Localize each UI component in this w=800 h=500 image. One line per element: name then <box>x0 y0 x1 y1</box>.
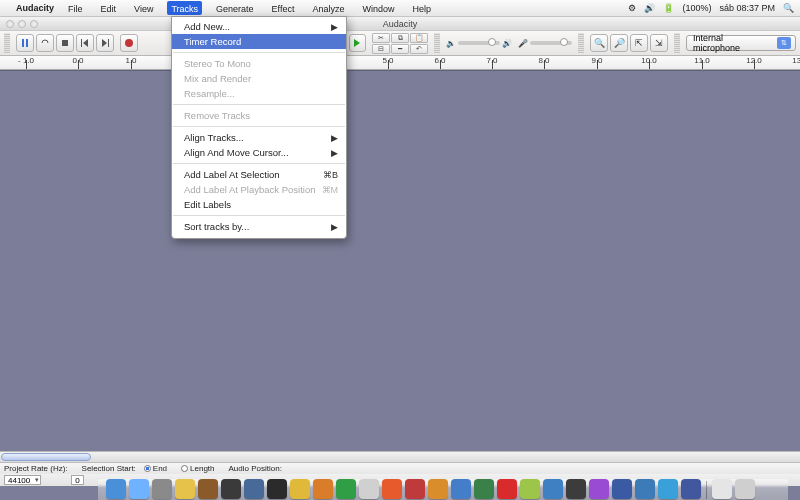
skip-start-button[interactable] <box>76 34 94 52</box>
toolbar-grip[interactable] <box>674 33 680 53</box>
menu-item[interactable]: Add New...▶ <box>172 19 346 34</box>
menu-tracks[interactable]: Tracks <box>167 1 202 15</box>
dock-app-icon[interactable] <box>681 479 701 499</box>
dock-app-icon[interactable] <box>658 479 678 499</box>
input-device-select[interactable]: Internal microphone ⇅ <box>686 35 796 51</box>
tracks-workspace[interactable] <box>0 70 800 462</box>
output-volume-thumb[interactable] <box>488 38 496 46</box>
dock-app-icon[interactable] <box>129 479 149 499</box>
dock-app-icon[interactable] <box>566 479 586 499</box>
play-button[interactable] <box>349 34 367 52</box>
menu-effect[interactable]: Effect <box>268 1 299 15</box>
dock-app-icon[interactable] <box>198 479 218 499</box>
zoom-in-button[interactable]: 🔍 <box>590 34 608 52</box>
dock-app-icon[interactable] <box>497 479 517 499</box>
dock-app-icon[interactable] <box>735 479 755 499</box>
menu-item[interactable]: Timer Record <box>172 34 346 49</box>
menu-help[interactable]: Help <box>409 1 436 15</box>
dock-app-icon[interactable] <box>428 479 448 499</box>
wifi-icon[interactable]: ⚙ <box>628 3 636 13</box>
dock-app-icon[interactable] <box>589 479 609 499</box>
speaker-icon[interactable]: 🔊 <box>644 3 655 13</box>
copy-button[interactable]: ⧉ <box>391 33 409 43</box>
dock-app-icon[interactable] <box>635 479 655 499</box>
skip-end-button[interactable] <box>96 34 114 52</box>
ruler-label: 8.0 <box>538 56 549 65</box>
scrollbar-thumb[interactable] <box>1 453 91 461</box>
trim-button[interactable]: ⊟ <box>372 44 390 54</box>
menu-edit[interactable]: Edit <box>97 1 121 15</box>
output-volume[interactable]: 🔈 🔊 <box>446 39 512 48</box>
timeline-ruler[interactable]: - 1.00.01.05.06.07.08.09.010.011.012.013… <box>0 56 800 70</box>
silence-button[interactable]: ━ <box>391 44 409 54</box>
menu-item: Add Label At Playback Position⌘M <box>172 182 346 197</box>
dock-app-icon[interactable] <box>382 479 402 499</box>
dock-app-icon[interactable] <box>474 479 494 499</box>
dock-app-icon[interactable] <box>336 479 356 499</box>
menu-separator <box>173 52 345 53</box>
menu-item[interactable]: Add Label At Selection⌘B <box>172 167 346 182</box>
dock-app-icon[interactable] <box>359 479 379 499</box>
stop-button[interactable] <box>56 34 74 52</box>
loop-button[interactable] <box>36 34 54 52</box>
dock-app-icon[interactable] <box>612 479 632 499</box>
cut-button[interactable]: ✂ <box>372 33 390 43</box>
spotlight-icon[interactable]: 🔍 <box>783 3 794 13</box>
selection-start-value[interactable]: 0 <box>71 475 83 485</box>
input-volume-thumb[interactable] <box>560 38 568 46</box>
undo-button[interactable]: ↶ <box>410 44 428 54</box>
menu-item[interactable]: Align Tracks...▶ <box>172 130 346 145</box>
window-titlebar: Audacity <box>0 16 800 30</box>
toolbar-grip[interactable] <box>4 33 10 53</box>
ruler-label: 0.0 <box>72 56 83 65</box>
dock-app-icon[interactable] <box>244 479 264 499</box>
submenu-arrow-icon: ▶ <box>331 22 338 32</box>
menu-item[interactable]: Edit Labels <box>172 197 346 212</box>
toolbar-grip[interactable] <box>578 33 584 53</box>
dock-app-icon[interactable] <box>405 479 425 499</box>
dock-app-icon[interactable] <box>290 479 310 499</box>
pause-button[interactable] <box>16 34 34 52</box>
dock-app-icon[interactable] <box>313 479 333 499</box>
menu-generate[interactable]: Generate <box>212 1 258 15</box>
minimize-window-button[interactable] <box>18 20 26 28</box>
menu-window[interactable]: Window <box>359 1 399 15</box>
menu-item[interactable]: Sort tracks by...▶ <box>172 219 346 234</box>
zoom-out-button[interactable]: 🔎 <box>610 34 628 52</box>
menu-item-label: Mix and Render <box>184 73 338 84</box>
menubar-clock[interactable]: sáb 08:37 PM <box>719 3 775 13</box>
speaker-min-icon: 🔈 <box>446 39 456 48</box>
menu-file[interactable]: File <box>64 1 87 15</box>
menu-item[interactable]: Align And Move Cursor...▶ <box>172 145 346 160</box>
battery-percent: (100%) <box>682 3 711 13</box>
fit-selection-button[interactable]: ⇱ <box>630 34 648 52</box>
menu-analyze[interactable]: Analyze <box>308 1 348 15</box>
toolbar-grip[interactable] <box>434 33 440 53</box>
dock-app-icon[interactable] <box>520 479 540 499</box>
menu-item: Stereo To Mono <box>172 56 346 71</box>
dock-app-icon[interactable] <box>221 479 241 499</box>
project-rate-select[interactable]: 44100 <box>4 475 41 485</box>
zoom-window-button[interactable] <box>30 20 38 28</box>
menu-item-label: Timer Record <box>184 36 338 47</box>
input-volume[interactable]: 🎤 <box>518 39 572 48</box>
battery-icon[interactable]: 🔋 <box>663 3 674 13</box>
mic-icon: 🎤 <box>518 39 528 48</box>
menu-item-label: Remove Tracks <box>184 110 338 121</box>
submenu-arrow-icon: ▶ <box>331 222 338 232</box>
menu-item-label: Add Label At Selection <box>184 169 323 180</box>
close-window-button[interactable] <box>6 20 14 28</box>
app-name[interactable]: Audacity <box>16 3 54 13</box>
horizontal-scrollbar[interactable] <box>0 451 800 462</box>
dock-app-icon[interactable] <box>451 479 471 499</box>
record-button[interactable] <box>120 34 138 52</box>
paste-button[interactable]: 📋 <box>410 33 428 43</box>
fit-project-button[interactable]: ⇲ <box>650 34 668 52</box>
dock-app-icon[interactable] <box>712 479 732 499</box>
menu-view[interactable]: View <box>130 1 157 15</box>
dock-app-icon[interactable] <box>175 479 195 499</box>
dock-app-icon[interactable] <box>106 479 126 499</box>
dock-app-icon[interactable] <box>152 479 172 499</box>
dock-app-icon[interactable] <box>543 479 563 499</box>
dock-app-icon[interactable] <box>267 479 287 499</box>
